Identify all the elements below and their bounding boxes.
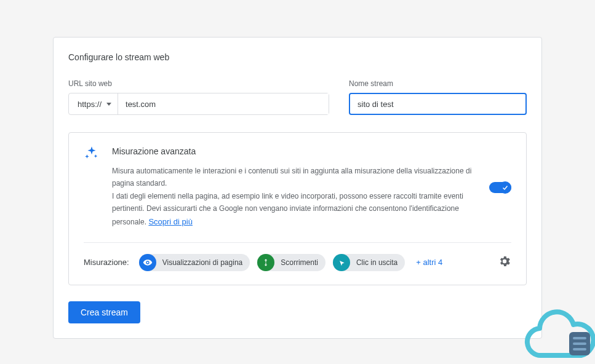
measurement-label: Misurazione: [84, 258, 129, 267]
panel-title: Misurazione avanzata [112, 146, 477, 156]
more-measurements-link[interactable]: + altri 4 [416, 258, 442, 267]
stream-name-input[interactable] [349, 93, 527, 115]
eye-icon [139, 254, 156, 271]
url-field-group: URL sito web https:// [68, 79, 329, 115]
svg-rect-1 [573, 337, 586, 339]
toggle-knob [499, 181, 511, 194]
web-stream-card: Configurare lo stream web URL sito web h… [53, 37, 542, 339]
stream-name-field-group: Nome stream [349, 79, 527, 115]
url-label: URL sito web [68, 79, 329, 88]
learn-more-link[interactable]: Scopri di più [148, 217, 193, 226]
protocol-select[interactable]: https:// [69, 93, 118, 114]
divider [84, 242, 511, 243]
url-input-wrap: https:// [68, 93, 329, 115]
url-input[interactable] [118, 93, 329, 114]
enhanced-measurement-panel: Misurazione avanzata Misura automaticame… [68, 132, 527, 285]
enhanced-measurement-toggle[interactable] [489, 182, 511, 193]
chip-label: Clic in uscita [356, 258, 397, 267]
protocol-value: https:// [78, 100, 102, 109]
card-title: Configurare lo stream web [68, 52, 527, 62]
panel-content: Misurazione avanzata Misura automaticame… [112, 146, 477, 229]
chevron-down-icon [106, 103, 111, 106]
chip-pageview: Visualizzazioni di pagina [139, 254, 250, 271]
measurement-row: Misurazione: Visualizzazioni di pagina S… [84, 254, 511, 271]
sparkle-icon [84, 145, 100, 229]
svg-rect-3 [573, 348, 586, 350]
panel-top: Misurazione avanzata Misura automaticame… [84, 146, 511, 229]
stream-name-label: Nome stream [349, 79, 527, 88]
chip-label: Visualizzazioni di pagina [162, 258, 243, 267]
toggle-wrap [489, 182, 511, 193]
chip-scroll: Scorrimenti [257, 254, 325, 271]
outbound-click-icon [333, 254, 350, 271]
svg-rect-2 [573, 342, 586, 345]
scroll-icon [257, 254, 274, 271]
cloud-logo [515, 306, 595, 364]
gear-icon [498, 255, 511, 268]
settings-button[interactable] [498, 255, 511, 271]
chip-outbound: Clic in uscita [333, 254, 405, 271]
form-row: URL sito web https:// Nome stream [68, 79, 527, 115]
create-stream-button[interactable]: Crea stream [68, 301, 140, 323]
panel-description: Misura automaticamente le interazioni e … [112, 165, 477, 229]
chip-label: Scorrimenti [281, 258, 318, 267]
